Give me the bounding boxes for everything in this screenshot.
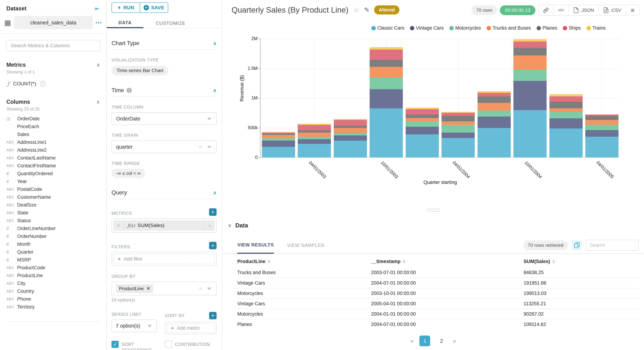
bar-segment-trains[interactable] — [406, 108, 439, 109]
column-item[interactable]: #QuantityOrdered — [0, 170, 106, 177]
bar-segment-motorcycles[interactable] — [262, 138, 295, 141]
bar-segment-ships[interactable] — [406, 109, 439, 115]
bar-segment-planes[interactable] — [478, 96, 511, 103]
column-item[interactable]: #Month — [0, 240, 106, 248]
bar-segment-motorcycles[interactable] — [370, 77, 403, 89]
bar-segment-trucks-and-buses[interactable] — [406, 118, 439, 121]
bar-segment-ships[interactable] — [370, 49, 403, 60]
tab-data[interactable]: DATA — [107, 18, 144, 28]
bar-segment-planes[interactable] — [370, 60, 403, 67]
metric-pill[interactable]: × ƒ(x) SUM(Sales) › — [114, 220, 214, 231]
column-header-productline[interactable]: ProductLine — [237, 254, 371, 268]
sort-icon[interactable] — [268, 260, 270, 263]
bar-segment-vintage-cars[interactable] — [370, 89, 403, 108]
column-item[interactable]: ABCProductCode — [0, 264, 106, 272]
add-filter-dropzone[interactable]: + Add filter — [114, 254, 214, 264]
bar-segment-planes[interactable] — [406, 115, 439, 118]
time-column-select[interactable]: OrderDate — [112, 112, 216, 125]
legend-item[interactable]: Motorcycles — [449, 25, 481, 31]
clear-icon[interactable]: × — [199, 286, 202, 292]
bar-segment-classic-cars[interactable] — [262, 147, 295, 158]
view-query-button[interactable]: </> — [553, 5, 568, 15]
column-item[interactable]: #MSRP — [0, 256, 106, 264]
bar-segment-vintage-cars[interactable] — [550, 118, 583, 128]
bar-segment-ships[interactable] — [514, 41, 546, 48]
table-row[interactable]: Vintage Cars2005-04-01 00:00:00113255.21 — [237, 299, 639, 309]
share-link-button[interactable] — [538, 5, 553, 15]
chart-menu-button[interactable]: ≡ — [626, 5, 639, 15]
column-item[interactable]: #OrderNumber — [0, 232, 106, 240]
table-row[interactable]: Trucks and Buses2003-07-01 00:00:0084638… — [237, 268, 639, 278]
viz-type-value[interactable]: Time-series Bar Chart — [112, 66, 168, 75]
remove-metric-icon[interactable]: × — [114, 220, 124, 231]
tab-view-results[interactable]: VIEW RESULTS — [237, 237, 274, 254]
column-item[interactable]: #Year — [0, 177, 106, 185]
legend-item[interactable]: Planes — [536, 25, 557, 31]
bar-segment-motorcycles[interactable] — [514, 70, 546, 81]
add-sort-metric-button[interactable]: + — [209, 312, 216, 319]
bar-segment-trucks-and-buses[interactable] — [370, 67, 403, 77]
help-icon[interactable]: ? — [40, 81, 46, 87]
metric-item[interactable]: ƒ COUNT(*) ? — [0, 79, 106, 88]
bar-segment-trains[interactable] — [298, 124, 331, 125]
column-item[interactable]: #Quarter — [0, 248, 106, 256]
clear-icon[interactable]: × — [199, 144, 202, 150]
bar-segment-ships[interactable] — [550, 96, 583, 102]
chevron-up-icon[interactable]: ∧ — [213, 190, 216, 196]
chevron-right-icon[interactable]: › — [204, 220, 214, 231]
tab-view-samples[interactable]: VIEW SAMPLES — [287, 237, 324, 254]
sort-icon[interactable] — [403, 260, 406, 263]
column-item[interactable]: ◷OrderDate — [0, 115, 106, 123]
column-item[interactable]: ABCTerritory — [0, 303, 106, 311]
group-by-chip[interactable]: ProductLine ✕ — [116, 284, 153, 293]
bar-segment-trucks-and-buses[interactable] — [585, 120, 618, 125]
bar-segment-classic-cars[interactable] — [585, 137, 618, 158]
add-metric-button[interactable]: + — [209, 208, 216, 216]
bar-segment-ships[interactable] — [334, 120, 367, 126]
bar-segment-planes[interactable] — [298, 130, 331, 133]
legend-item[interactable]: Trains — [586, 25, 606, 31]
bar-segment-trucks-and-buses[interactable] — [514, 55, 546, 70]
bar-segment-trucks-and-buses[interactable] — [550, 108, 583, 112]
pagination-page-2[interactable]: 2 — [436, 336, 447, 346]
column-item[interactable]: ABCDealSize — [0, 201, 106, 209]
column-item[interactable]: ABCCity — [0, 280, 106, 287]
bar-segment-trains[interactable] — [478, 91, 511, 93]
legend-item[interactable]: Ships — [563, 25, 581, 31]
bar-segment-trains[interactable] — [262, 132, 295, 132]
bar-segment-planes[interactable] — [585, 116, 618, 120]
series-limit-select[interactable]: 7 option(s) — [112, 319, 157, 332]
column-item[interactable]: ABCPostalCode — [0, 185, 106, 193]
chevron-down-icon[interactable]: ∨ — [228, 223, 232, 228]
dataset-options-icon[interactable]: ••• — [96, 20, 102, 25]
bar-segment-planes[interactable] — [334, 126, 367, 128]
panel-resize-handle[interactable] — [427, 209, 440, 213]
chevron-up-icon[interactable]: ∧ — [213, 87, 216, 93]
bar-segment-ships[interactable] — [585, 115, 618, 116]
bar-segment-motorcycles[interactable] — [442, 125, 475, 133]
column-item[interactable]: ABCStatus — [0, 217, 106, 225]
column-item[interactable]: #OrderLineNumber — [0, 225, 106, 232]
chevron-up-icon[interactable]: ∧ — [96, 62, 100, 68]
dataset-name[interactable]: cleaned_sales_data — [14, 16, 93, 29]
chevron-up-icon[interactable]: ∧ — [213, 40, 216, 46]
copy-data-button[interactable] — [572, 240, 582, 250]
bar-segment-motorcycles[interactable] — [478, 110, 511, 116]
legend-item[interactable]: Classic Cars — [372, 25, 404, 31]
bar-segment-vintage-cars[interactable] — [478, 117, 511, 128]
bar-segment-classic-cars[interactable] — [442, 138, 475, 158]
time-range-value[interactable]: -∞ ≤ col < ∞ — [112, 169, 145, 178]
column-header-sumsales[interactable]: SUM(Sales) — [524, 254, 639, 268]
edit-title-icon[interactable]: ✎ — [364, 6, 370, 14]
bar-segment-classic-cars[interactable] — [478, 128, 511, 158]
sort-descending-checkbox[interactable]: ✓ SORT DESCENDING — [112, 340, 165, 350]
bar-segment-planes[interactable] — [262, 134, 295, 135]
legend-item[interactable]: Vintage Cars — [410, 25, 444, 31]
bar-segment-trucks-and-buses[interactable] — [478, 103, 511, 110]
chart-plot-area[interactable] — [260, 39, 620, 158]
bar-segment-trains[interactable] — [370, 47, 403, 49]
bar-segment-motorcycles[interactable] — [334, 133, 367, 135]
bar-segment-planes[interactable] — [442, 116, 475, 121]
bar-segment-classic-cars[interactable] — [550, 128, 583, 158]
bar-segment-trucks-and-buses[interactable] — [262, 135, 295, 138]
